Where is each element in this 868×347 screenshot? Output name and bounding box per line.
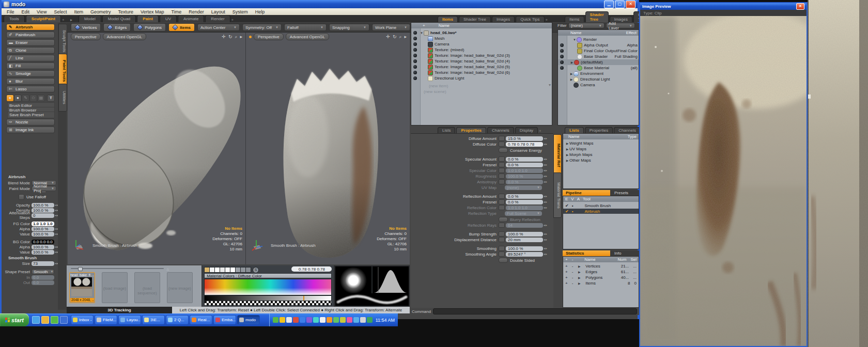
channel-icon[interactable] <box>499 251 505 257</box>
tracking-mode-bar[interactable]: 3D Tracking <box>67 307 172 313</box>
diffuse-color-field[interactable]: 0.78 0.78 0.78 <box>506 142 543 147</box>
taskbar-button-modo[interactable]: modo <box>237 315 260 325</box>
tab-items[interactable]: Items <box>438 16 458 22</box>
color-swatch[interactable] <box>245 267 251 273</box>
viewport-left[interactable]: Perspective Advanced OpenGL ✛ ↻ ⌕ ▸ Smoo… <box>68 33 246 264</box>
tray-icon[interactable] <box>360 317 366 323</box>
stepper-icon[interactable]: ◄► <box>543 180 546 183</box>
pan-icon[interactable]: ✛ <box>386 34 390 40</box>
menu-edit[interactable]: Edit <box>22 9 30 14</box>
reflection-type-dropdown[interactable]: Full Scene▼ <box>505 211 542 216</box>
tray-icon[interactable] <box>273 317 278 323</box>
channel-icon[interactable] <box>499 136 505 141</box>
fg-color-field[interactable]: 1.0 1.0 1.0 <box>32 222 54 226</box>
menu-vertexmap[interactable]: Vertex Map <box>141 9 164 14</box>
tool-nozzle[interactable]: ✑Nozzle <box>6 119 55 125</box>
channel-icon[interactable] <box>499 141 505 147</box>
menu-texture[interactable]: Texture <box>118 9 133 14</box>
reflection-fresnel-field[interactable]: 0.0 % <box>506 200 543 204</box>
channel-icon[interactable] <box>499 199 505 204</box>
orbit-icon[interactable]: ↻ <box>393 34 397 40</box>
channel-icon[interactable] <box>499 162 505 167</box>
stepper-icon[interactable]: ◄► <box>54 227 57 230</box>
stepper-icon[interactable]: ◄► <box>543 157 546 161</box>
pipeline-row-smooth-brush[interactable]: ✔•Smooth Brush <box>563 203 639 208</box>
list-row-other-maps[interactable]: ▶Other Maps <box>563 157 639 163</box>
eye-icon[interactable] <box>560 60 564 64</box>
tab-items[interactable]: Items <box>565 16 584 22</box>
tab-shader-tree[interactable]: Shader Tree <box>585 11 609 22</box>
stat-row-polygons[interactable]: +-▶Polygons40...... <box>563 275 639 280</box>
stepper-icon[interactable]: ◄► <box>543 169 546 172</box>
stepper-icon[interactable]: ◄► <box>543 137 546 140</box>
close-button[interactable]: ✕ <box>626 1 636 8</box>
tab-add[interactable]: + <box>539 129 546 133</box>
item-row-texture-3[interactable]: Texture: Image: head_bake_final_02d (3) <box>411 53 552 58</box>
tab-uv[interactable]: UV <box>160 15 177 22</box>
item-row-mesh[interactable]: Mesh <box>411 36 552 41</box>
channel-icon[interactable] <box>499 179 505 184</box>
color-value-field[interactable]: 0.78 0.78 0.78 <box>291 266 332 272</box>
stepper-icon[interactable]: ◄► <box>543 175 546 178</box>
anisotropy-field[interactable]: 0.0 % <box>506 180 543 184</box>
channel-icon[interactable] <box>499 194 505 199</box>
uv-map-dropdown[interactable]: (none)▼ <box>505 185 542 190</box>
new-image-slot[interactable]: (new image) <box>167 272 193 303</box>
stat-row-edges[interactable]: +-▶Edges61...... <box>563 269 639 274</box>
alpha-checker-bar[interactable] <box>204 301 332 306</box>
mode-vertices[interactable]: Vertices <box>71 23 101 31</box>
taskbar-button-inbox[interactable]: Inbox - ... <box>71 315 94 325</box>
stepper-icon[interactable]: ◄► <box>54 232 57 235</box>
menu-layout[interactable]: Layout <box>211 9 225 14</box>
tab-sculpt-paint[interactable]: Sculpt/Paint <box>26 15 61 22</box>
double-sided-checkbox[interactable] <box>499 258 508 263</box>
stepper-icon[interactable]: ◄► <box>54 245 57 248</box>
roughness-field[interactable]: 100.0 % <box>506 174 543 179</box>
attenuation-steps-field[interactable]: 0 <box>32 213 54 218</box>
tab-channels[interactable]: Channels <box>614 127 641 133</box>
item-row-directional-light[interactable]: Directional Light <box>411 75 552 81</box>
pan-icon[interactable]: ✛ <box>222 34 226 40</box>
tool-line[interactable]: ╱Line <box>6 55 55 61</box>
stepper-icon[interactable]: ◄► <box>543 224 546 227</box>
projection-dropdown[interactable]: Perspective <box>254 33 284 40</box>
mode-polygons[interactable]: Polygons <box>133 23 166 31</box>
stepper-icon[interactable]: ◄► <box>54 209 57 212</box>
slider-handle[interactable] <box>78 267 83 271</box>
channel-icon[interactable] <box>499 168 505 173</box>
stepper-icon[interactable]: ◄► <box>54 203 57 207</box>
tray-icon[interactable] <box>313 317 319 323</box>
viewport-menu-icon[interactable]: ▸ <box>240 34 242 40</box>
title-bar[interactable]: modo ▁ ▢ ✕ <box>2 0 638 8</box>
pipeline-row-airbrush[interactable]: ✔•Airbrush <box>563 209 639 214</box>
item-row-texture-mixed[interactable]: Texture: (mixed) <box>411 47 552 53</box>
filter-dropdown[interactable]: (none)▼ <box>568 23 605 28</box>
taskbar-button-layout[interactable]: Layou... <box>118 315 141 325</box>
tool-blur[interactable]: ●Blur <box>6 78 55 85</box>
tool-airbrush[interactable]: ✎Airbrush <box>6 24 55 30</box>
paint-mode-dropdown[interactable]: Normal Proj ...▼ <box>32 186 56 191</box>
tab-model-quad[interactable]: Model Quad <box>102 15 136 22</box>
tray-icon[interactable] <box>293 317 299 323</box>
stepper-icon[interactable]: ◄► <box>543 143 546 146</box>
collapse-minus-icon[interactable]: - <box>572 281 574 286</box>
in-field[interactable]: 0.0 <box>32 275 54 280</box>
shader-row-base-material[interactable]: Base Material(all) <box>558 65 639 71</box>
tab-add[interactable]: + <box>546 18 553 22</box>
taskbar-button-explorer[interactable]: 3\E... <box>142 315 165 325</box>
channel-icon[interactable] <box>499 231 505 236</box>
tray-icon[interactable] <box>306 317 312 323</box>
size-field[interactable]: 73 <box>32 261 54 266</box>
specular-fresnel-field[interactable]: 0.0 % <box>506 163 543 167</box>
item-row-texture-5[interactable]: Texture: Image: head_bake_final_02d (5) <box>411 64 552 70</box>
channel-icon[interactable] <box>499 174 505 179</box>
menu-time[interactable]: Time <box>171 9 181 14</box>
tray-icon[interactable] <box>327 317 332 323</box>
specular-color-field[interactable]: 1.0 1.0 1.0 <box>506 168 543 173</box>
tab-quick-tips[interactable]: Quick Tips <box>516 16 544 22</box>
menu-system[interactable]: System <box>233 9 248 14</box>
value-marker[interactable] <box>303 296 304 301</box>
fg-value-field[interactable]: 100.0 % <box>32 232 54 236</box>
tray-icon[interactable] <box>367 317 373 323</box>
quick-launch-browser-icon[interactable] <box>32 316 40 324</box>
